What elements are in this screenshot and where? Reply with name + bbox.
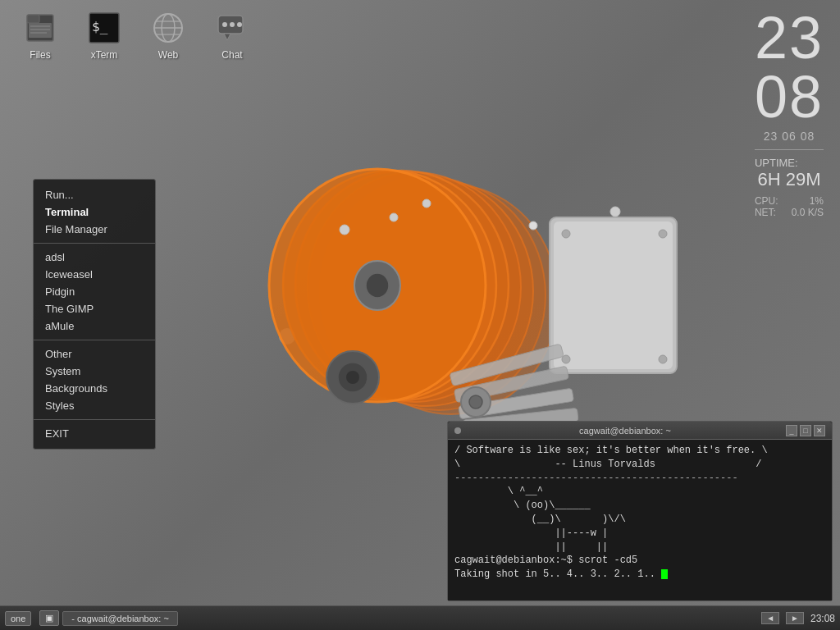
terminal-line-1: / Software is like sex; it's better when… [454, 444, 825, 458]
dock-item-xterm[interactable]: $_ xTerm [72, 4, 136, 65]
menu-divider-3 [34, 419, 155, 420]
taskbar-time: 23:08 [810, 613, 835, 624]
uptime-value: 6H 29M [755, 169, 824, 190]
svg-point-30 [529, 221, 537, 230]
web-label: Web [158, 49, 178, 61]
svg-point-35 [390, 213, 398, 221]
menu-item-system[interactable]: System [34, 363, 155, 380]
menu-item-other[interactable]: Other [34, 345, 155, 363]
context-menu: Run... Terminal File Manager adsl Icewea… [33, 179, 156, 450]
cpu-value: 1% [810, 195, 824, 207]
clock-date: 23 06 08 [755, 130, 824, 143]
menu-item-gimp[interactable]: The GIMP [34, 300, 155, 317]
cpu-label: CPU: [755, 195, 778, 207]
svg-point-27 [346, 371, 359, 384]
top-dock: Files $_ xTerm Web [0, 0, 272, 69]
terminal-minimize-button[interactable]: _ [786, 425, 797, 436]
taskbar-active-app[interactable]: - cagwait@debianbox: ~ [62, 611, 178, 626]
terminal-line-5: \ (oo)\______ [454, 499, 825, 513]
dock-item-web[interactable]: Web [136, 4, 200, 65]
terminal-line-3: ----------------------------------------… [454, 472, 825, 486]
svg-marker-53 [224, 34, 231, 40]
svg-point-16 [562, 355, 570, 363]
clock-divider [755, 149, 824, 150]
menu-item-file-manager[interactable]: File Manager [34, 221, 155, 238]
terminal-line-10: Taking shot in 5.. 4.. 3.. 2.. 1.. [454, 568, 825, 582]
taskbar-right: ◄ ► 23:08 [761, 612, 835, 624]
menu-item-terminal[interactable]: Terminal [34, 203, 155, 221]
terminal-body[interactable]: / Software is like sex; it's better when… [448, 440, 832, 600]
menu-item-adsl[interactable]: adsl [34, 249, 155, 266]
desktop: Files $_ xTerm Web [0, 0, 840, 605]
svg-point-29 [422, 199, 431, 208]
svg-point-17 [659, 355, 667, 363]
menu-item-iceweasel[interactable]: Iceweasel [34, 266, 155, 283]
menu-item-exit[interactable]: EXIT [34, 425, 155, 442]
terminal-line-2: \ -- Linus Torvalds / [454, 458, 825, 472]
chat-label: Chat [221, 49, 242, 61]
net-value: 0.0 K/S [792, 207, 824, 218]
terminal-close-button[interactable]: ✕ [814, 425, 825, 436]
dock-item-files[interactable]: Files [8, 4, 72, 65]
svg-point-50 [222, 22, 227, 27]
svg-rect-38 [29, 23, 52, 38]
uptime-label: UPTIME: [755, 157, 824, 169]
menu-item-run[interactable]: Run... [34, 186, 155, 203]
svg-point-28 [340, 225, 349, 235]
clock-hour: 23 [755, 8, 824, 67]
system-stats: CPU: 1% NET: 0.0 K/S [755, 195, 824, 218]
menu-divider-1 [34, 243, 155, 244]
terminal-line-4: \ ^__^ [454, 485, 825, 499]
svg-point-24 [469, 395, 482, 409]
taskbar-left: one ▣ - cagwait@debianbox: ~ [5, 610, 178, 626]
svg-point-15 [659, 230, 667, 238]
chat-icon [212, 8, 252, 48]
taskbar-apps: ▣ - cagwait@debianbox: ~ [39, 610, 178, 626]
xterm-label: xTerm [91, 49, 118, 61]
taskbar-desktop-button[interactable]: ▣ [39, 610, 59, 626]
terminal-window: cagwait@debianbox: ~ _ □ ✕ / Software is… [447, 421, 833, 601]
svg-rect-37 [27, 15, 39, 23]
taskbar-nav-right[interactable]: ► [786, 612, 804, 624]
terminal-line-9: cagwait@debianbox:~$ scrot -cd5 [454, 554, 825, 568]
svg-text:$_: $_ [92, 19, 108, 34]
svg-point-14 [562, 230, 570, 238]
terminal-maximize-button[interactable]: □ [800, 425, 811, 436]
menu-divider-2 [34, 340, 155, 340]
clock-minute: 08 [755, 67, 824, 126]
taskbar: one ▣ - cagwait@debianbox: ~ ◄ ► 23:08 [0, 605, 840, 630]
menu-item-amule[interactable]: aMule [34, 317, 155, 335]
terminal-line-6: (__)\ )\/\ [454, 513, 825, 527]
files-icon [21, 8, 60, 48]
files-label: Files [30, 49, 50, 61]
svg-point-51 [230, 22, 235, 27]
terminal-titlebar: cagwait@debianbox: ~ _ □ ✕ [448, 422, 832, 440]
terminal-controls: _ □ ✕ [786, 425, 825, 436]
terminal-title: cagwait@debianbox: ~ [464, 426, 786, 436]
taskbar-workspace-button[interactable]: one [5, 611, 31, 626]
menu-item-pidgin[interactable]: Pidgin [34, 283, 155, 300]
xterm-icon: $_ [84, 8, 124, 48]
terminal-line-8: || || [454, 541, 825, 555]
svg-point-31 [610, 207, 620, 217]
web-icon [148, 8, 188, 48]
terminal-line-7: ||----w | [454, 527, 825, 541]
taskbar-nav-left[interactable]: ◄ [761, 612, 779, 624]
net-label: NET: [755, 207, 776, 218]
terminal-cursor [661, 569, 668, 579]
svg-point-11 [366, 273, 389, 298]
menu-item-backgrounds[interactable]: Backgrounds [34, 380, 155, 397]
dock-item-chat[interactable]: Chat [200, 4, 264, 65]
terminal-dot [454, 427, 461, 434]
menu-item-styles[interactable]: Styles [34, 397, 155, 414]
clock-widget: 23 08 23 06 08 UPTIME: 6H 29M CPU: 1% NE… [755, 8, 824, 218]
svg-rect-13 [554, 221, 673, 369]
svg-point-52 [237, 22, 242, 27]
